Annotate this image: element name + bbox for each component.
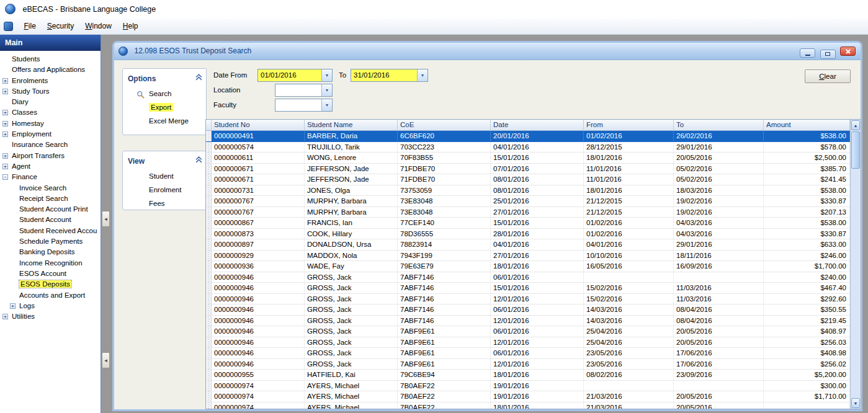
view-student[interactable]: Student xyxy=(123,169,206,183)
sidebar-item-receipt-search[interactable]: Receipt Search xyxy=(0,193,101,204)
sidebar-item-student-account[interactable]: Student Account xyxy=(0,215,101,225)
sidebar-item-offers-and-applications[interactable]: Offers and Applications xyxy=(0,64,101,75)
table-row[interactable]: 0000000974AYERS, Michael7B0AEF2219/01/20… xyxy=(206,391,850,402)
sidebar-item-classes[interactable]: +Classes xyxy=(0,107,101,118)
minimize-button[interactable] xyxy=(800,48,815,58)
sidebar-item-homestay[interactable]: +Homestay xyxy=(0,118,101,129)
tree-expand-icon[interactable]: + xyxy=(2,89,8,94)
table-row[interactable]: 0000000946GROSS, Jack7ABF9E6106/01/20162… xyxy=(206,326,850,337)
column-header-student-name[interactable]: Student Name xyxy=(305,120,398,130)
table-row[interactable]: 0000000897DONALDSON, Ursa7882391404/01/2… xyxy=(206,239,850,251)
table-row[interactable]: 0000000671JEFFERSON, Jade71FDBE7007/01/2… xyxy=(206,164,850,175)
tree-expand-icon[interactable]: + xyxy=(2,314,8,319)
menu-item-help[interactable]: Help xyxy=(117,19,144,33)
sidebar-item-airport-transfers[interactable]: +Airport Transfers xyxy=(0,151,101,161)
table-row[interactable]: 0000000946GROSS, Jack7ABF714606/01/20161… xyxy=(206,304,850,316)
tree-expand-icon[interactable]: + xyxy=(2,153,8,159)
date-to-combo[interactable]: 31/01/2016 ▼ xyxy=(351,69,428,82)
date-from-combo[interactable]: 01/01/2016 ▼ xyxy=(257,69,333,82)
faculty-value[interactable] xyxy=(275,99,322,111)
chevron-down-icon[interactable]: ▼ xyxy=(321,84,332,96)
column-header-student-no[interactable]: Student No xyxy=(212,120,305,130)
option-search[interactable]: Search xyxy=(123,87,206,100)
close-button[interactable] xyxy=(840,47,856,56)
table-row[interactable]: 0000000767MURPHY, Barbara73E8304827/01/2… xyxy=(206,207,850,218)
option-export[interactable]: Export xyxy=(123,100,206,114)
sidebar-item-agent[interactable]: +Agent xyxy=(0,161,101,172)
vertical-scrollbar[interactable]: ▲ ▼ xyxy=(850,120,861,409)
chevron-up-icon[interactable] xyxy=(195,73,203,81)
splitter-collapse-icon-2[interactable]: ◂ xyxy=(102,352,110,368)
column-header-date[interactable]: Date xyxy=(491,120,584,130)
table-row[interactable]: 0000000671JEFFERSON, Jade71FDBE7008/01/2… xyxy=(206,174,850,185)
sidebar-item-diary[interactable]: Diary xyxy=(0,97,101,107)
table-row[interactable]: 0000000946GROSS, Jack7ABF9E6112/01/20162… xyxy=(206,359,850,370)
table-row[interactable]: 0000000946GROSS, Jack7ABF714612/01/20161… xyxy=(206,294,850,305)
table-row[interactable]: 0000000946GROSS, Jack7ABF714615/01/20161… xyxy=(206,283,850,294)
sidebar-item-esos-account[interactable]: ESOS Account xyxy=(0,269,101,279)
table-row[interactable]: 0000000936WADE, Fay79E63E7918/01/201616/… xyxy=(206,261,850,272)
sidebar-item-students[interactable]: Students xyxy=(0,54,101,64)
chevron-down-icon[interactable]: ▼ xyxy=(321,99,332,111)
menu-item-security[interactable]: Security xyxy=(42,19,79,33)
scroll-down-icon[interactable]: ▼ xyxy=(851,398,860,408)
sidebar-item-invoice-search[interactable]: Invoice Search xyxy=(0,183,101,193)
chevron-down-icon[interactable]: ▼ xyxy=(417,69,427,81)
chevron-down-icon[interactable]: ▼ xyxy=(321,69,332,81)
view-fees[interactable]: Fees xyxy=(123,197,206,210)
column-header-amount[interactable]: Amount xyxy=(764,120,850,130)
sidebar-item-logs[interactable]: +Logs xyxy=(0,301,101,311)
tree-expand-icon[interactable]: + xyxy=(2,121,8,127)
menu-item-file[interactable]: File xyxy=(18,19,41,33)
scroll-up-icon[interactable]: ▲ xyxy=(851,120,860,130)
sidebar-item-banking-deposits[interactable]: Banking Deposits xyxy=(0,247,101,257)
sidebar-item-schedule-payments[interactable]: Schedule Payments xyxy=(0,236,101,247)
clear-button[interactable]: Clear xyxy=(805,69,851,83)
table-row[interactable]: 0000000574TRUJILLO, Tarik703CC22304/01/2… xyxy=(206,142,850,153)
column-header-coe[interactable]: CoE xyxy=(398,120,491,130)
sidebar-item-enrolments[interactable]: +Enrolments xyxy=(0,76,101,86)
sidebar-item-finance[interactable]: -Finance xyxy=(0,172,101,182)
sidebar-item-student-received-accou[interactable]: Student Received Accou xyxy=(0,226,101,236)
table-row[interactable]: 0000000955HATFIELD, Kai79C6BE9418/01/201… xyxy=(206,370,850,381)
tree-expand-icon[interactable]: + xyxy=(2,164,8,169)
table-row[interactable]: 0000000946GROSS, Jack7ABF9E6106/01/20162… xyxy=(206,348,850,359)
maximize-button[interactable] xyxy=(820,50,836,59)
tree-expand-icon[interactable]: + xyxy=(2,78,8,84)
sidebar-item-income-recognition[interactable]: Income Recognition xyxy=(0,258,101,269)
table-row[interactable]: 0000000946GROSS, Jack7ABF714612/01/20161… xyxy=(206,316,850,327)
table-row[interactable]: 0000000873COOK, Hillary78D3655528/01/201… xyxy=(206,229,850,240)
table-row[interactable]: 0000000929MADDOX, Nola7943F19927/01/2016… xyxy=(206,251,850,262)
table-row[interactable]: 0000000946GROSS, Jack7ABF714606/01/2016$… xyxy=(206,272,850,283)
sidebar-item-study-tours[interactable]: +Study Tours xyxy=(0,86,101,97)
table-row[interactable]: 0000000731JONES, Olga7375305908/01/20161… xyxy=(206,185,850,197)
column-header-from[interactable]: From xyxy=(584,120,674,130)
table-row[interactable]: 0000000767MURPHY, Barbara73E8304825/01/2… xyxy=(206,196,850,207)
table-row[interactable]: 0000000611WONG, Lenore70F83B5515/01/2016… xyxy=(206,153,850,164)
table-row[interactable]: 0000000491BARBER, Daria6C6BF62020/01/201… xyxy=(206,131,850,142)
table-row[interactable]: 0000000867FRANCIS, Ian77CEF14015/01/2016… xyxy=(206,218,850,229)
table-row[interactable]: 0000000974AYERS, Michael7B0AEF2218/01/20… xyxy=(206,402,850,409)
menu-item-window[interactable]: Window xyxy=(79,19,117,33)
table-row[interactable]: 0000000946GROSS, Jack7ABF9E6112/01/20162… xyxy=(206,337,850,349)
location-value[interactable] xyxy=(275,84,322,96)
location-combo[interactable]: ▼ xyxy=(275,84,333,97)
splitter-collapse-icon[interactable]: ◂ xyxy=(102,211,110,227)
column-header-to[interactable]: To xyxy=(674,120,764,130)
sidebar-item-insurance-search[interactable]: Insurance Search xyxy=(0,140,101,150)
table-row[interactable]: 0000000974AYERS, Michael7B0AEF2219/01/20… xyxy=(206,381,850,392)
date-from-value[interactable]: 01/01/2016 xyxy=(258,69,322,81)
sidebar-item-utilities[interactable]: +Utilities xyxy=(0,311,101,322)
sidebar-item-student-account-print[interactable]: Student Account Print xyxy=(0,204,101,215)
sidebar-item-esos-deposits[interactable]: ESOS Deposits xyxy=(0,279,101,290)
sidebar-item-accounts-and-export[interactable]: Accounts and Export xyxy=(0,290,101,301)
scrollbar-thumb[interactable] xyxy=(851,131,860,169)
tree-expand-icon[interactable]: + xyxy=(2,110,8,115)
tree-collapse-icon[interactable]: - xyxy=(2,174,8,180)
chevron-up-icon-2[interactable] xyxy=(195,155,203,163)
tree-expand-icon[interactable]: + xyxy=(10,303,16,309)
date-to-value[interactable]: 31/01/2016 xyxy=(351,69,418,81)
window-title-bar[interactable]: 12.098 ESOS Trust Deposit Search xyxy=(114,43,861,60)
view-enrolment[interactable]: Enrolment xyxy=(123,183,206,197)
faculty-combo[interactable]: ▼ xyxy=(275,99,333,112)
